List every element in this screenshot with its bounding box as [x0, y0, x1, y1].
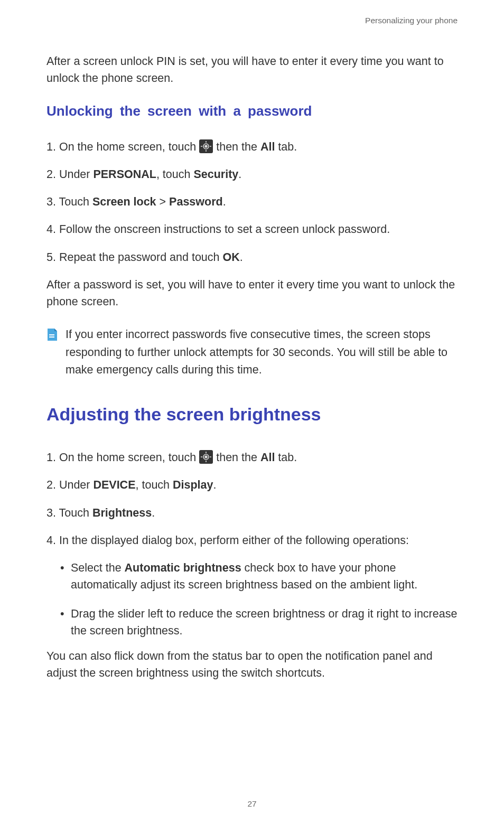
- step-text: tab.: [275, 451, 297, 464]
- bold-text: PERSONAL: [93, 168, 156, 181]
- step-text: tab.: [275, 141, 297, 153]
- intro-paragraph: After a screen unlock PIN is set, you wi…: [46, 53, 458, 87]
- bold-text: Password: [169, 195, 223, 208]
- step-text: .: [223, 195, 226, 208]
- step-text: , touch: [136, 479, 173, 491]
- after-paragraph-bright: You can also flick down from the status …: [46, 648, 458, 682]
- step-3-unlock: 3. Touch Screen lock > Password.: [46, 193, 458, 210]
- svg-point-9: [205, 456, 207, 458]
- bullet-list: Select the Automatic brightness check bo…: [60, 559, 458, 639]
- note-block: If you enter incorrect passwords five co…: [46, 326, 458, 379]
- step-text: .: [213, 479, 217, 491]
- step-4-unlock: 4. Follow the onscreen instructions to s…: [46, 221, 458, 238]
- bold-text: DEVICE: [93, 479, 135, 491]
- page-header: Personalizing your phone: [46, 16, 458, 25]
- bold-text: OK: [222, 251, 239, 264]
- bold-text: Screen lock: [92, 195, 156, 208]
- step-text: then the: [213, 141, 260, 153]
- step-5-unlock: 5. Repeat the password and touch OK.: [46, 249, 458, 266]
- svg-point-1: [205, 145, 207, 147]
- step-1-bright: 1. On the home screen, touch then the Al…: [46, 449, 458, 466]
- svg-rect-6: [49, 334, 54, 335]
- step-text: 1. On the home screen, touch: [46, 141, 199, 153]
- step-text: then the: [213, 451, 260, 464]
- bold-text: Brightness: [92, 507, 152, 519]
- bullet-text: Select the: [71, 561, 125, 574]
- step-text: 2. Under: [46, 479, 93, 491]
- step-text: >: [156, 195, 170, 208]
- note-icon: [46, 328, 58, 344]
- section-heading-brightness: Adjusting the screen brightness: [46, 404, 458, 425]
- step-text: 1. On the home screen, touch: [46, 451, 199, 464]
- step-text: 2. Under: [46, 168, 93, 181]
- step-text: .: [240, 251, 243, 264]
- bold-text: Automatic brightness: [125, 561, 241, 574]
- step-text: 5. Repeat the password and touch: [46, 251, 222, 264]
- step-2-unlock: 2. Under PERSONAL, touch Security.: [46, 166, 458, 183]
- settings-icon: [199, 139, 213, 153]
- step-text: 3. Touch: [46, 195, 92, 208]
- note-text: If you enter incorrect passwords five co…: [66, 326, 458, 379]
- page-number: 27: [0, 799, 504, 809]
- step-text: .: [152, 507, 155, 519]
- bold-text: Display: [173, 479, 213, 491]
- list-item: Drag the slider left to reduce the scree…: [60, 605, 458, 640]
- step-4-bright: 4. In the displayed dialog box, perform …: [46, 532, 458, 549]
- step-text: , touch: [156, 168, 194, 181]
- settings-icon: [199, 450, 213, 464]
- list-item: Select the Automatic brightness check bo…: [60, 559, 458, 594]
- step-text: 3. Touch: [46, 507, 92, 519]
- after-paragraph-unlock: After a password is set, you will have t…: [46, 276, 458, 311]
- step-text: .: [238, 168, 241, 181]
- bold-text: All: [260, 451, 275, 464]
- bold-text: All: [260, 141, 275, 153]
- bold-text: Security: [193, 168, 238, 181]
- section-subheading-unlock-password: Unlocking the screen with a password: [46, 103, 458, 119]
- step-2-bright: 2. Under DEVICE, touch Display.: [46, 476, 458, 493]
- svg-rect-7: [49, 336, 54, 338]
- step-3-bright: 3. Touch Brightness.: [46, 504, 458, 521]
- step-1-unlock: 1. On the home screen, touch then the Al…: [46, 138, 458, 155]
